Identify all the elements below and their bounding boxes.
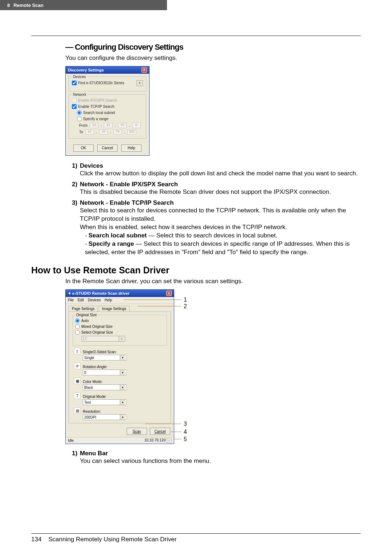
app-icon: ✦ <box>68 291 71 296</box>
menu-devices[interactable]: Devices <box>88 298 101 302</box>
tab-page-settings[interactable]: Page Settings <box>69 306 98 311</box>
mixed-radio[interactable] <box>75 324 80 329</box>
page-icon: ▯ <box>74 348 81 354</box>
status-idle: Idle <box>68 439 74 443</box>
howto-intro: In the Remote Scan driver, you can set t… <box>65 278 361 285</box>
callout-line <box>123 300 181 300</box>
sub1-text: — Select this to search devices in local… <box>147 232 277 239</box>
auto-label: Auto <box>81 319 89 323</box>
page-footer: 134 Scanning Remotely Using Remote Scan … <box>31 533 361 543</box>
select-size-radio[interactable] <box>75 330 80 335</box>
chevron-down-icon: ▾ <box>120 415 125 420</box>
chapter-title: Remote Scan <box>13 3 43 8</box>
color-label: Color Mode: <box>83 380 126 384</box>
mixed-label: Mixed Original Size <box>81 325 113 329</box>
original-size-label: Original Size <box>75 313 98 317</box>
menu-edit[interactable]: Edit <box>78 298 84 302</box>
chevron-down-icon: ▾ <box>120 400 125 405</box>
local-subnet-label: Search local subnet <box>83 111 115 115</box>
chapter-number: 8 <box>7 3 10 8</box>
menu-help[interactable]: Help <box>105 298 112 302</box>
find-label: Find e-STUDIO3510c Series <box>78 81 124 85</box>
item1-body: Click the arrow button to display the po… <box>72 170 361 178</box>
callout-4: 4 <box>184 429 187 435</box>
item3-body1: Select this to search for devices connec… <box>72 207 361 223</box>
single-label: Single/2-Sided Scan: <box>83 350 126 354</box>
size-select[interactable]: LT▾ <box>82 336 125 342</box>
menu-file[interactable]: File <box>68 298 74 302</box>
discovery-dialog: Discovery Settings × Devices Find e-STUD… <box>65 66 150 156</box>
single-select[interactable]: Single▾ <box>83 355 126 360</box>
close-icon[interactable]: × <box>142 68 147 73</box>
status-ip: 10.10.70.120 <box>144 438 166 442</box>
tab-image-settings[interactable]: Image Settings <box>99 306 130 311</box>
item2-body: This is disabled because the Remote Scan… <box>72 188 361 196</box>
specify-range-radio[interactable] <box>77 117 82 121</box>
origmode-select[interactable]: Text▾ <box>83 399 126 405</box>
find-checkbox[interactable] <box>72 81 77 85</box>
callout-line <box>145 424 181 424</box>
howto-heading: How to Use Remote Scan Driver <box>31 265 361 276</box>
cancel-button[interactable]: Cancel <box>150 428 170 435</box>
section-intro: You can configure the discovery settings… <box>65 54 361 62</box>
callout-line <box>138 306 181 306</box>
from-ip-3[interactable]: 70 <box>118 123 127 128</box>
color-icon: ▦ <box>74 378 81 384</box>
menubar-item-body: You can select various functions from th… <box>72 457 361 465</box>
chevron-down-icon: ▾ <box>120 370 125 375</box>
item2-head: Network - Enable IPX/SPX Search <box>80 181 178 188</box>
callout-line <box>171 432 181 432</box>
callout-1: 1 <box>184 297 187 303</box>
to-ip-2[interactable]: 10 <box>99 129 108 135</box>
local-subnet-radio[interactable] <box>77 110 82 115</box>
origmode-label: Original Mode: <box>83 395 126 399</box>
menubar-item-head: Menu Bar <box>80 450 108 457</box>
rotate-icon: ⟳ <box>74 363 81 369</box>
scan-dialog-title: e-STUDIO Remote Scan driver <box>72 291 130 296</box>
color-select[interactable]: Black▾ <box>83 384 126 390</box>
item3-head: Network - Enable TCP/IP Search <box>80 199 174 206</box>
scan-driver-dialog: ✦ e-STUDIO Remote Scan driver × File Edi… <box>65 289 174 444</box>
mode-icon: T <box>74 392 81 399</box>
callout-2: 2 <box>184 303 187 310</box>
help-button[interactable]: Help <box>121 144 142 152</box>
item3-body2: When this is enabled, select how it sear… <box>72 223 361 232</box>
scan-button[interactable]: Scan <box>127 428 147 435</box>
tcp-checkbox[interactable] <box>72 104 77 109</box>
to-ip-3[interactable]: 70 <box>113 129 122 135</box>
to-ip-4[interactable]: 255 <box>127 129 136 135</box>
to-label: To <box>79 130 83 134</box>
resolution-select[interactable]: 200DPI▾ <box>83 414 126 420</box>
sub1-bold: Search local subnet <box>89 232 147 239</box>
footer-title: Scanning Remotely Using Remote Scan Driv… <box>48 536 176 543</box>
to-ip-1[interactable]: 10 <box>85 129 94 135</box>
from-ip-2[interactable]: 10 <box>104 123 113 128</box>
callout-5: 5 <box>184 436 187 443</box>
plug-icon: ⎓ <box>167 439 172 443</box>
resolution-label: Resolution: <box>83 410 126 414</box>
close-icon[interactable]: × <box>166 291 172 296</box>
dialog-title: Discovery Settings <box>68 68 104 72</box>
rotation-select[interactable]: 0▾ <box>83 370 126 375</box>
devices-group-label: Devices <box>72 75 87 79</box>
section-heading: — Configuring Discovery Settings <box>65 42 361 52</box>
dialog-titlebar: Discovery Settings × <box>66 66 149 74</box>
page-number: 134 <box>31 536 41 543</box>
ipx-checkbox <box>72 98 77 103</box>
device-dropdown-icon[interactable]: ▾ <box>136 80 143 86</box>
from-ip-4[interactable]: 0 <box>132 123 141 128</box>
from-ip-1[interactable]: 10 <box>90 123 98 128</box>
ok-button[interactable]: OK <box>73 144 94 152</box>
scan-dialog-titlebar: ✦ e-STUDIO Remote Scan driver × <box>66 290 174 297</box>
auto-radio[interactable] <box>75 318 80 323</box>
item1-head: Devices <box>80 162 103 169</box>
ipx-label: Enable IPX/SPX Search <box>78 98 117 102</box>
chevron-down-icon: ▾ <box>119 336 124 341</box>
resolution-icon: ▨ <box>74 407 81 414</box>
from-label: From <box>79 123 87 127</box>
menu-bar: File Edit Devices Help <box>66 297 174 304</box>
network-group-label: Network <box>72 93 87 97</box>
tcp-label: Enable TCP/IP Search <box>78 105 114 109</box>
specify-range-label: Specify a range <box>83 117 109 121</box>
cancel-button[interactable]: Cancel <box>97 144 118 152</box>
